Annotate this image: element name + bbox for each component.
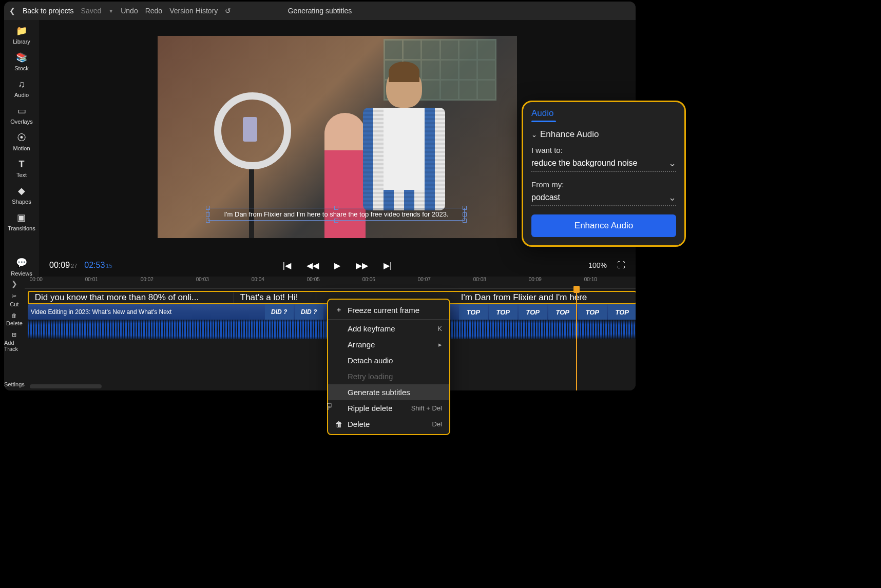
want-to-label: I want to: <box>531 146 676 154</box>
ctx-detach-audio[interactable]: Detach audio <box>328 352 449 368</box>
context-menu: ＋ Freeze current frame Add keyframe K Ar… <box>327 299 450 435</box>
sidebar-label: Reviews <box>11 270 32 277</box>
ctx-ripple-delete[interactable]: Ripple delete Shift + Del <box>328 400 449 416</box>
motion-icon: ⦿ <box>16 132 27 143</box>
subtitle-segment[interactable]: Did you know that more than 80% of onli.… <box>29 292 234 303</box>
sidebar-label: Transitions <box>8 225 35 231</box>
forward-icon[interactable]: ▶▶ <box>356 261 368 270</box>
subtitle-overlay[interactable]: I'm Dan from Flixier and I'm here to sha… <box>208 208 465 221</box>
chevron-down-icon: ⌄ <box>531 131 537 139</box>
plus-icon: ＋ <box>335 305 344 315</box>
fullscreen-icon[interactable]: ⛶ <box>617 261 625 270</box>
chevron-down-icon: ⌄ <box>668 158 676 169</box>
time-ruler[interactable]: 00:0000:0100:0200:0300:0400:0500:0600:07… <box>25 277 636 289</box>
chevron-left-icon[interactable]: ❮ <box>9 7 15 15</box>
total-time: 02:5315 <box>84 261 112 270</box>
ctx-retry-loading: Retry loading <box>328 368 449 384</box>
subtitle-segment[interactable]: That's a lot! Hi! <box>234 292 316 303</box>
playback-controls: 00:0927 02:5315 |◀ ◀◀ ▶ ▶▶ ▶| 100% ⛶ <box>39 254 636 277</box>
settings-link[interactable]: Settings <box>4 381 25 390</box>
topbar: ❮ Back to projects Saved ▼ Undo Redo Ver… <box>4 2 636 20</box>
ctx-arrange[interactable]: Arrange ▸ <box>328 337 449 352</box>
books-icon: 📚 <box>16 52 27 63</box>
delete-label: Delete <box>6 320 23 326</box>
sidebar-label: Stock <box>14 65 29 71</box>
clip-title: Video Editing in 2023: What's New and Wh… <box>31 308 172 316</box>
want-to-select[interactable]: reduce the background noise ⌄ <box>531 158 676 172</box>
zoom-level[interactable]: 100% <box>588 261 607 269</box>
play-icon[interactable]: ▶ <box>334 261 340 270</box>
folder-icon: 📁 <box>16 25 27 36</box>
current-time: 00:0927 <box>49 261 77 270</box>
chevron-down-icon: ⌄ <box>668 192 676 203</box>
trash-icon: 🗑 <box>335 420 344 428</box>
chat-icon: 💬 <box>16 257 27 268</box>
music-icon: ♫ <box>16 79 27 90</box>
sidebar-label: Shapes <box>12 199 31 205</box>
skip-start-icon[interactable]: |◀ <box>283 261 291 270</box>
sidebar-item-motion[interactable]: ⦿ Motion <box>13 132 30 151</box>
video-frame[interactable]: I'm Dan from Flixier and I'm here to sha… <box>158 36 517 238</box>
phone <box>243 117 257 142</box>
generating-status: Generating subtitles <box>288 7 352 15</box>
skip-end-icon[interactable]: ▶| <box>384 261 392 270</box>
timeline-tools: ❯ ✂ Cut 🗑 Delete ⊞ Add Track Settings <box>4 277 25 390</box>
cursor-icon: ☟ <box>327 401 332 413</box>
undo-button[interactable]: Undo <box>121 7 138 15</box>
ctx-delete[interactable]: 🗑 Delete Del <box>328 416 449 432</box>
sidebar-item-library[interactable]: 📁 Library <box>13 25 30 45</box>
sidebar-item-stock[interactable]: 📚 Stock <box>14 52 29 71</box>
sidebar-item-audio[interactable]: ♫ Audio <box>14 79 29 98</box>
timeline: ❯ ✂ Cut 🗑 Delete ⊞ Add Track Settings 00… <box>4 277 636 390</box>
overlay-icon: ▭ <box>16 105 27 116</box>
sidebar-label: Audio <box>14 92 29 98</box>
playhead[interactable] <box>576 289 577 390</box>
cut-label: Cut <box>10 301 18 307</box>
transitions-icon: ▣ <box>16 212 27 223</box>
trash-icon: 🗑 <box>11 312 17 319</box>
subtitle-text: I'm Dan from Flixier and I'm here to sha… <box>224 210 448 218</box>
chevron-right-icon: ▸ <box>438 341 442 348</box>
rewind-icon[interactable]: ◀◀ <box>307 261 319 270</box>
saved-dropdown-icon[interactable]: ▼ <box>108 8 113 14</box>
sidebar-label: Library <box>13 38 30 45</box>
sidebar-label: Text <box>16 172 27 178</box>
version-history[interactable]: Version History <box>169 7 218 15</box>
subtitle-segment[interactable]: I'm Dan from Flixier and I'm here <box>455 292 636 303</box>
left-sidebar: 📁 Library 📚 Stock ♫ Audio ▭ Overlays ⦿ M… <box>4 20 39 277</box>
saved-status: Saved <box>81 7 102 15</box>
ctx-generate-subtitles[interactable]: Generate subtitles <box>328 384 449 400</box>
sidebar-item-shapes[interactable]: ◆ Shapes <box>12 185 31 205</box>
cut-tool[interactable]: ✂ Cut <box>10 293 18 307</box>
delete-tool[interactable]: 🗑 Delete <box>6 312 23 326</box>
sidebar-item-overlays[interactable]: ▭ Overlays <box>10 105 32 125</box>
ctx-add-keyframe[interactable]: Add keyframe K <box>328 321 449 337</box>
enhance-audio-section[interactable]: ⌄ Enhance Audio <box>531 129 676 140</box>
ring-stand <box>249 169 254 238</box>
back-to-projects[interactable]: Back to projects <box>23 7 74 15</box>
sidebar-item-reviews[interactable]: 💬 Reviews <box>11 257 32 277</box>
sidebar-item-text[interactable]: T Text <box>16 159 27 178</box>
from-my-label: From my: <box>531 180 676 189</box>
h-scrollbar[interactable] <box>30 384 102 388</box>
ctx-freeze-frame[interactable]: ＋ Freeze current frame <box>328 302 449 318</box>
scissors-icon: ✂ <box>12 293 16 300</box>
from-my-select[interactable]: podcast ⌄ <box>531 192 676 206</box>
redo-button[interactable]: Redo <box>145 7 162 15</box>
add-track-tool[interactable]: ⊞ Add Track <box>4 331 25 352</box>
sidebar-label: Motion <box>13 145 30 151</box>
audio-panel: Audio ⌄ Enhance Audio I want to: reduce … <box>522 101 686 247</box>
sidebar-label: Overlays <box>10 119 32 125</box>
sidebar-item-transitions[interactable]: ▣ Transitions <box>8 212 35 231</box>
history-icon[interactable]: ↺ <box>225 7 231 15</box>
audio-tab[interactable]: Audio <box>531 108 676 121</box>
text-icon: T <box>16 159 27 170</box>
add-track-label: Add Track <box>4 340 25 352</box>
shapes-icon: ◆ <box>16 185 27 197</box>
expand-icon[interactable]: ❯ <box>11 280 17 288</box>
plus-track-icon: ⊞ <box>12 331 16 338</box>
enhance-audio-button[interactable]: Enhance Audio <box>531 214 676 237</box>
